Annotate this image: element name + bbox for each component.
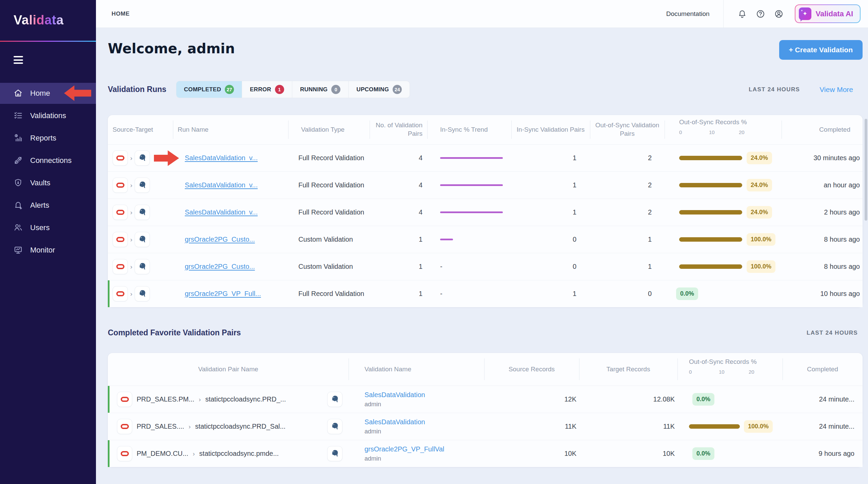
favorites-section-title: Completed Favorite Validation Pairs	[108, 328, 241, 337]
insync-cell: 1	[511, 154, 590, 162]
brand-logo: Validata	[14, 13, 96, 27]
sidebar-item-monitor[interactable]: Monitor	[0, 240, 96, 261]
reports-icon	[14, 133, 23, 143]
sidebar-item-label: Connections	[30, 156, 72, 165]
help-button[interactable]	[756, 9, 765, 19]
pair-name-cell: PRD_SALES.PM... › statictpccloadsync.PRD…	[108, 392, 349, 407]
outsync-cell: 2	[590, 181, 665, 189]
source-target-cell: ›	[108, 259, 173, 274]
sidebar-item-connections[interactable]: Connections	[0, 150, 96, 171]
validation-name-link[interactable]: SalesDataValidation	[364, 391, 425, 398]
run-name-link[interactable]: SalesDataValidation_v...	[185, 208, 258, 216]
validation-name-link[interactable]: grsOracle2PG_VP_FullVal	[364, 445, 444, 453]
num-pairs-cell: 4	[370, 181, 427, 189]
pair-name-cell: PRD_SALES.... › statictpccloadsync.PRD_S…	[108, 419, 349, 434]
trend-sparkline	[440, 157, 503, 159]
validation-type-cell: Full Record Validation	[288, 154, 370, 162]
table-row: PRD_SALES.PM... › statictpccloadsync.PRD…	[108, 386, 863, 413]
create-validation-button[interactable]: + Create Validation	[779, 40, 863, 60]
outsync-cell: 1	[590, 236, 665, 243]
trend-sparkline	[440, 211, 503, 213]
oos-bar	[679, 264, 742, 269]
sidebar-item-label: Reports	[30, 134, 56, 143]
col-insync-trend: In-Sync % Trend	[427, 115, 511, 144]
col-insync-pairs: In-Sync Validation Pairs	[511, 115, 590, 144]
table-row: › SalesDataValidation_v... Full Record V…	[108, 171, 863, 199]
tab-upcoming[interactable]: UPCOMING 24	[348, 81, 410, 98]
page-content: Welcome, admin + Create Validation Valid…	[96, 28, 868, 484]
chevron-right-icon: ›	[130, 263, 132, 271]
error-count-badge: 1	[275, 85, 284, 94]
table-row: › grsOracle2PG_VP_Full... Full Record Va…	[108, 280, 863, 307]
run-name-link[interactable]: SalesDataValidation_v...	[185, 154, 258, 162]
outsync-cell: 1	[590, 263, 665, 271]
run-name-link[interactable]: grsOracle2PG_VP_Full...	[185, 290, 261, 297]
tab-completed[interactable]: COMPLETED 27	[176, 81, 242, 98]
sidebar-item-users[interactable]: Users	[0, 217, 96, 238]
hamburger-menu-icon[interactable]	[14, 56, 23, 66]
sidebar-item-home[interactable]: Home	[0, 83, 96, 104]
run-name-link[interactable]: grsOracle2PG_Custo...	[185, 263, 255, 270]
pair-source: PM_DEMO.CU...	[137, 450, 188, 458]
sidebar-item-alerts[interactable]: Alerts	[0, 195, 96, 216]
validata-ai-button[interactable]: ✦✦ Validata AI	[795, 4, 861, 23]
sidebar-item-label: Users	[30, 223, 50, 232]
oos-percent-badge: 24.0%	[747, 152, 772, 164]
oracle-icon	[113, 259, 128, 274]
runs-range-label: LAST 24 HOURS	[749, 86, 800, 93]
insync-cell: 0	[511, 263, 590, 271]
oracle-icon	[117, 419, 132, 434]
oracle-icon	[113, 286, 128, 301]
oos-cell: 0.0%	[665, 287, 782, 300]
account-button[interactable]	[774, 9, 784, 19]
view-more-link[interactable]: View More	[820, 86, 853, 94]
num-pairs-cell: 1	[370, 236, 427, 243]
topbar: HOME Documentation ✦✦ Validata AI	[96, 0, 868, 28]
postgresql-icon	[135, 286, 150, 301]
sidebar-item-label: Vaults	[30, 179, 51, 187]
run-name-link[interactable]: SalesDataValidation_v...	[185, 181, 258, 189]
owner-label: admin	[364, 455, 381, 462]
run-name-link[interactable]: grsOracle2PG_Custo...	[185, 236, 255, 243]
completed-cell: 2 hours ago	[782, 208, 863, 216]
source-target-cell: ›	[108, 205, 173, 220]
trend-sparkline	[440, 239, 453, 240]
pair-target: statictpccloadsync.PRD_Sal...	[195, 423, 285, 430]
chevron-right-icon: ›	[130, 290, 132, 298]
tab-error[interactable]: ERROR 1	[242, 81, 292, 98]
sidebar-item-validations[interactable]: Validations	[0, 105, 96, 126]
num-pairs-cell: 1	[370, 290, 427, 298]
trend-sparkline	[440, 184, 503, 186]
running-count-badge: 0	[331, 85, 340, 94]
oos-cell: 100.0%	[677, 420, 783, 433]
bell-icon	[737, 9, 747, 19]
table-row: › SalesDataValidation_v... Full Record V…	[108, 144, 863, 171]
oos-cell: 24.0%	[665, 152, 782, 164]
validation-name-link[interactable]: SalesDataValidation	[364, 418, 425, 426]
postgresql-icon	[135, 232, 150, 247]
oos-percent-badge: 0.0%	[676, 287, 698, 300]
page-scrollbar[interactable]	[865, 119, 867, 221]
sidebar-item-reports[interactable]: Reports	[0, 128, 96, 149]
owner-label: admin	[364, 401, 381, 408]
gradient-divider	[0, 41, 96, 42]
tab-running[interactable]: RUNNING 0	[292, 81, 348, 98]
oos-bar	[679, 237, 742, 242]
notifications-button[interactable]	[737, 9, 747, 19]
pair-target: statictpccloadsync.pmde...	[199, 450, 279, 458]
oos-bar	[679, 183, 742, 187]
source-target-cell: ›	[108, 286, 173, 301]
topbar-divider	[723, 0, 724, 28]
breadcrumb[interactable]: HOME	[112, 11, 130, 17]
oos-cell: 100.0%	[665, 233, 782, 246]
documentation-link[interactable]: Documentation	[666, 10, 710, 18]
validation-type-cell: Custom Validation	[288, 263, 370, 271]
oos-percent-badge: 24.0%	[747, 179, 772, 191]
sidebar-item-vaults[interactable]: Vaults	[0, 172, 96, 193]
oos-records-label: Out-of-Sync Records %	[689, 358, 778, 366]
app-root: Validata Home Validations Reports Connec…	[0, 0, 868, 484]
chevron-right-icon: ›	[189, 423, 191, 430]
source-target-cell: ›	[108, 232, 173, 247]
col-num-pairs: No. of Validation Pairs	[370, 115, 427, 144]
oos-cell: 0.0%	[677, 447, 783, 460]
